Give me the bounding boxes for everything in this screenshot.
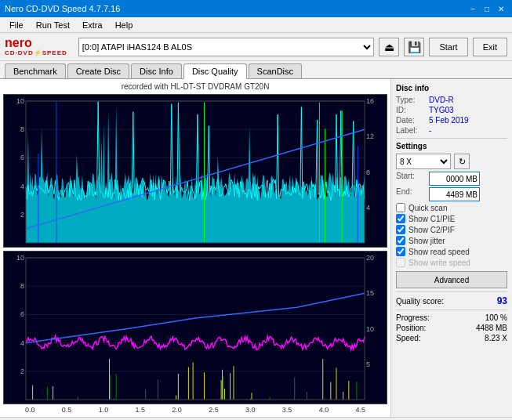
x-label-4: 2.0 [172,406,182,414]
menu-extra[interactable]: Extra [76,19,109,31]
progress-value: 100 % [485,313,507,322]
refresh-button[interactable]: ↻ [454,154,470,169]
quick-scan-label: Quick scan [409,204,447,212]
show-read-speed-checkbox[interactable] [396,247,405,256]
separator-1 [396,138,507,139]
show-c2pif-row: Show C2/PIF [396,225,507,234]
nero-brand-text: nero [5,37,32,49]
nero-sub-brand: CD·DVD⚡SPEED [5,49,67,56]
show-c2pif-label: Show C2/PIF [409,226,455,234]
quality-score-label: Quality score: [396,297,444,306]
show-write-speed-checkbox [396,258,405,267]
window-title: Nero CD-DVD Speed 4.7.7.16 [5,4,120,13]
tab-create-disc[interactable]: Create Disc [67,63,129,78]
show-read-speed-label: Show read speed [409,248,470,256]
disc-date-value: 5 Feb 2019 [429,116,469,125]
speed-row-prog: Speed: 8.23 X [396,334,507,342]
x-label-5: 2.5 [209,406,219,414]
x-label-0: 0.0 [25,406,35,414]
disc-date-label: Date: [396,116,426,125]
disc-type-row: Type: DVD-R [396,96,507,104]
position-row: Position: 4488 MB [396,324,507,332]
end-mb-label: End: [396,187,426,201]
info-panel: Disc info Type: DVD-R ID: TYG03 Date: 5 … [390,79,512,417]
x-label-3: 1.5 [135,406,145,414]
disc-label-row: Label: - [396,126,507,135]
quality-score-row: Quality score: 93 [396,295,507,306]
show-c1pie-row: Show C1/PIE [396,214,507,223]
show-read-speed-row: Show read speed [396,247,507,256]
speed-select[interactable]: 8 X [396,154,451,169]
advanced-button[interactable]: Advanced [396,271,507,288]
chart-title: recorded with HL-DT-ST DVDRAM GT20N [3,82,387,91]
progress-section: Progress: 100 % Position: 4488 MB Speed:… [396,313,507,342]
tabs-bar: Benchmark Create Disc Disc Info Disc Qua… [0,61,512,79]
maximize-button[interactable]: □ [481,3,493,14]
show-jitter-label: Show jitter [409,237,445,245]
disc-id-value: TYG03 [429,106,454,114]
show-jitter-row: Show jitter [396,236,507,245]
disc-label-label: Label: [396,126,426,135]
quick-scan-checkbox[interactable] [396,203,405,212]
eject-button[interactable]: ⏏ [379,38,399,56]
tab-benchmark[interactable]: Benchmark [5,63,66,78]
window-controls: − □ ✕ [467,3,507,14]
x-label-2: 1.0 [99,406,109,414]
x-label-7: 3.5 [282,406,292,414]
quick-scan-row: Quick scan [396,203,507,212]
show-c1pie-checkbox[interactable] [396,214,405,223]
position-label: Position: [396,324,426,332]
chart-area: recorded with HL-DT-ST DVDRAM GT20N 0.0 … [0,79,390,417]
start-mb-input[interactable] [429,172,480,186]
x-label-9: 4.5 [355,406,365,414]
show-write-speed-label: Show write speed [409,259,470,267]
tab-disc-info[interactable]: Disc Info [131,63,182,78]
disc-id-label: ID: [396,106,426,114]
progress-row: Progress: 100 % [396,313,507,322]
progress-label: Progress: [396,313,430,322]
top-chart-canvas [4,95,387,247]
show-c1pie-label: Show C1/PIE [409,215,455,223]
separator-3 [396,310,507,310]
start-mb-row: Start: [396,172,507,186]
menu-file[interactable]: File [3,19,30,31]
header-area: nero CD·DVD⚡SPEED [0:0] ATAPI iHAS124 B … [0,33,512,61]
disc-type-label: Type: [396,96,426,104]
main-content: recorded with HL-DT-ST DVDRAM GT20N 0.0 … [0,79,512,417]
show-jitter-checkbox[interactable] [396,236,405,245]
speed-label-prog: Speed: [396,334,421,342]
menu-run-test[interactable]: Run Test [30,19,76,31]
exit-button[interactable]: Exit [473,38,507,56]
x-label-8: 4.0 [319,406,329,414]
legend-area: PI Errors Average: 0.91 Maximum: 10 Tota… [0,417,512,420]
settings-title: Settings [396,142,507,150]
end-mb-row: End: [396,187,507,201]
disc-label-value: - [429,126,431,135]
x-label-6: 3.0 [245,406,256,414]
disc-id-row: ID: TYG03 [396,106,507,114]
separator-2 [396,291,507,292]
bottom-chart-canvas [4,252,387,404]
drive-select[interactable]: [0:0] ATAPI iHAS124 B AL0S [78,38,375,56]
menu-bar: File Run Test Extra Help [0,17,512,33]
show-c2pif-checkbox[interactable] [396,225,405,234]
tab-scan-disc[interactable]: ScanDisc [249,63,302,78]
disc-info-title: Disc info [396,84,507,92]
speed-row: 8 X ↻ [396,154,507,169]
disc-date-row: Date: 5 Feb 2019 [396,116,507,125]
close-button[interactable]: ✕ [495,3,507,14]
minimize-button[interactable]: − [467,3,479,14]
end-mb-input[interactable] [429,187,480,201]
save-button[interactable]: 💾 [404,38,424,56]
menu-help[interactable]: Help [109,19,140,31]
show-write-speed-row: Show write speed [396,258,507,267]
speed-value-prog: 8.23 X [485,334,507,342]
x-label-1: 0.5 [62,406,72,414]
start-button[interactable]: Start [429,38,467,56]
start-mb-label: Start: [396,172,426,186]
disc-type-value: DVD-R [429,96,454,104]
tab-disc-quality[interactable]: Disc Quality [183,63,247,79]
position-value: 4488 MB [476,324,507,332]
title-bar: Nero CD-DVD Speed 4.7.7.16 − □ ✕ [0,0,512,17]
quality-score-value: 93 [497,295,507,306]
